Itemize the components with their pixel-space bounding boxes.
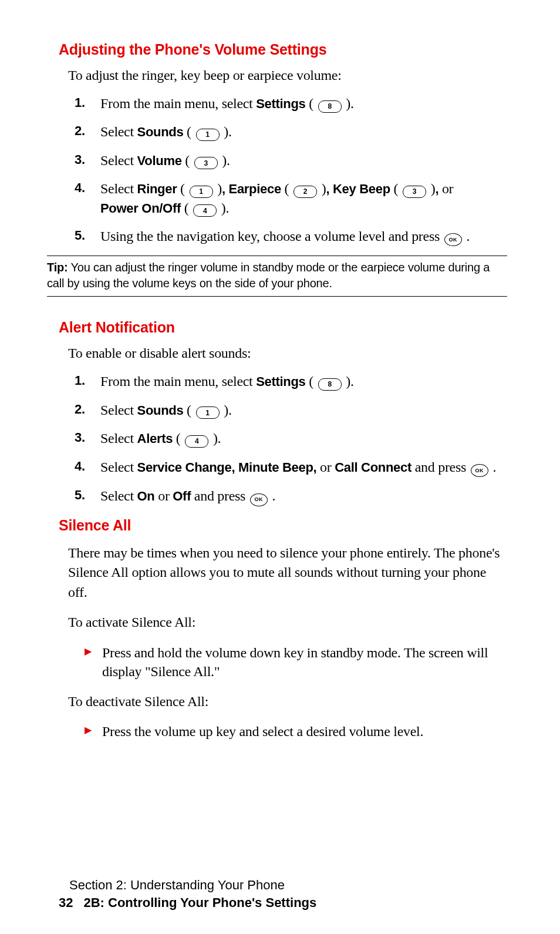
- key-1-icon: 1: [196, 129, 220, 141]
- step-5: Using the the navigation key, choose a v…: [100, 227, 501, 247]
- key-4-icon: 4: [193, 204, 217, 217]
- heading-alert-notification: Alert Notification: [59, 319, 501, 336]
- key-8-icon: 8: [318, 100, 342, 113]
- intro-alerts: To enable or disable alert sounds:: [68, 345, 501, 361]
- silence-para3: To deactivate Silence All:: [68, 692, 501, 712]
- silence-para2: To activate Silence All:: [68, 613, 501, 633]
- step-4: Select Ringer ( 1 ), Earpiece ( 2 ), Key…: [100, 179, 501, 217]
- steps-volume: From the main menu, select Settings ( 8 …: [68, 94, 501, 246]
- page-number: 32: [59, 895, 73, 911]
- key-4-icon: 4: [185, 435, 208, 448]
- silence-bullets-1: Press and hold the volume down key in st…: [77, 643, 501, 681]
- silence-bullet-1: Press and hold the volume down key in st…: [102, 643, 501, 681]
- key-3-icon: 3: [194, 157, 218, 169]
- ok-key-icon: OK: [471, 464, 488, 477]
- step-1: From the main menu, select Settings ( 8 …: [100, 94, 501, 113]
- key-1-icon: 1: [190, 186, 213, 198]
- step-3: Select Volume ( 3 ).: [100, 151, 501, 170]
- heading-volume-settings: Adjusting the Phone's Volume Settings: [59, 41, 501, 58]
- step-1: From the main menu, select Settings ( 8 …: [100, 372, 501, 391]
- step-2: Select Sounds ( 1 ).: [100, 122, 501, 141]
- page-footer: Section 2: Understanding Your Phone 322B…: [59, 878, 505, 911]
- manual-page: Adjusting the Phone's Volume Settings To…: [0, 0, 560, 934]
- step-3: Select Alerts ( 4 ).: [100, 429, 501, 448]
- tip-text: You can adjust the ringer volume in stan…: [47, 261, 490, 290]
- step-2: Select Sounds ( 1 ).: [100, 401, 501, 419]
- key-3-icon: 3: [403, 186, 426, 198]
- footer-chapter: 2B: Controlling Your Phone's Settings: [83, 895, 316, 910]
- step-4: Select Service Change, Minute Beep, or C…: [100, 458, 501, 478]
- silence-bullets-2: Press the volume up key and select a des…: [77, 722, 501, 741]
- intro-volume: To adjust the ringer, key beep or earpie…: [68, 68, 501, 83]
- tip-box: Tip: You can adjust the ringer volume in…: [47, 256, 507, 297]
- steps-alerts: From the main menu, select Settings ( 8 …: [68, 372, 501, 506]
- ok-key-icon: OK: [444, 233, 462, 246]
- ok-key-icon: OK: [250, 493, 268, 506]
- key-2-icon: 2: [294, 186, 317, 198]
- key-1-icon: 1: [196, 406, 220, 419]
- silence-bullet-2: Press the volume up key and select a des…: [102, 722, 501, 741]
- step-5: Select On or Off and press OK .: [100, 486, 501, 506]
- tip-label: Tip:: [47, 261, 68, 274]
- heading-silence-all: Silence All: [59, 517, 501, 534]
- key-8-icon: 8: [318, 378, 342, 391]
- footer-section-path: Section 2: Understanding Your Phone: [69, 878, 505, 893]
- silence-para1: There may be times when you need to sile…: [68, 543, 501, 603]
